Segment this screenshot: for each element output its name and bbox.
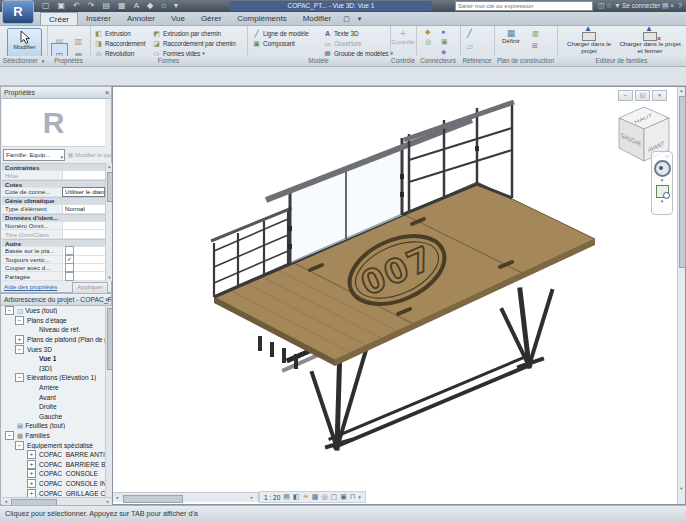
tree-item-copac-barriere[interactable]: +COPAC_BARRIERE BASE R <box>2 460 105 470</box>
charger-dans-le-projet-et-fermer-button[interactable]: ▲ × Charger dans le projet et fermer <box>619 27 681 54</box>
show-work-plane-icon[interactable]: ▥ <box>532 30 539 38</box>
store-icon[interactable]: ▤ <box>662 2 669 10</box>
undo-icon[interactable]: ↶ <box>73 1 80 11</box>
tree-item-copac-console[interactable]: +COPAC_CONSOLE <box>2 469 105 479</box>
cable-tray-connector-icon[interactable]: ▣ <box>441 38 448 46</box>
tree-item-3d[interactable]: {3D} <box>2 364 105 374</box>
restore-icon[interactable]: ◱ <box>635 90 650 101</box>
rendering-icon[interactable]: ◎ <box>321 492 327 502</box>
composant-button[interactable]: ▣ Composant <box>252 38 295 48</box>
scroll-down-icon[interactable]: ▾ <box>678 485 685 492</box>
tree-item-arriere[interactable]: Arrière <box>2 383 105 393</box>
tree-item-familles[interactable]: −▦Familles <box>2 431 105 441</box>
raccordement-par-chemin-button[interactable]: ◪ Raccordement par chemin <box>152 38 236 48</box>
property-row[interactable]: Type d'élémentNormal <box>2 205 105 213</box>
expander-icon[interactable]: + <box>27 469 36 478</box>
tree-item-elevations[interactable]: −Elévations (Elévation 1) <box>2 373 105 383</box>
tree-item-droite[interactable]: Droite <box>2 402 105 412</box>
crop-view-icon[interactable]: ▢ <box>331 492 338 502</box>
extrusion-button[interactable]: ◧ Extrusion <box>94 28 131 38</box>
tree-item-equipement-specialise[interactable]: −Equipement spécialisé <box>2 440 105 450</box>
properties-help-link[interactable]: Aide des propriétés <box>4 283 57 290</box>
property-row[interactable]: Numéro Omni... <box>2 222 105 230</box>
tab-complements[interactable]: Compléments <box>229 12 294 25</box>
favorites-icon[interactable]: ☆ <box>606 2 612 10</box>
show-crop-icon[interactable]: ▣ <box>340 492 347 502</box>
viewport-horizontal-scrollbar[interactable]: ◂ ▸ <box>113 492 259 502</box>
property-row[interactable]: Partagée <box>2 272 105 280</box>
model-canvas[interactable]: 007 <box>114 88 677 505</box>
help-icon[interactable]: ? <box>678 2 682 10</box>
electrical-connector-icon[interactable]: ◆ <box>425 28 430 36</box>
close-icon[interactable]: × <box>105 295 109 305</box>
scale-button[interactable]: 1 : 20 <box>264 494 280 501</box>
property-row[interactable]: Cote de conne...Utiliser le diam... <box>2 188 105 196</box>
section-autre[interactable]: Autre <box>2 239 105 247</box>
gear-icon[interactable]: ☼ <box>665 153 671 159</box>
panel-label-reference[interactable]: Référence <box>460 56 494 66</box>
qat-dropdown-icon[interactable]: ▾ <box>174 1 178 11</box>
panel-label-plan-construction[interactable]: Plan de construction <box>494 56 557 66</box>
tree-item-niveau-ref[interactable]: Niveau de réf. <box>2 325 105 335</box>
modify-button[interactable]: Modifier <box>7 28 42 57</box>
raccordement-button[interactable]: ◨ Raccordement <box>94 38 145 48</box>
tree-item-vue-1[interactable]: Vue 1 <box>2 354 105 364</box>
property-row[interactable]: Basée sur le pla... <box>2 247 105 255</box>
conduit-connector-icon[interactable]: ◈ <box>441 48 446 56</box>
section-donnees-identification[interactable]: Données d'ident... <box>2 214 105 222</box>
browser-vertical-scrollbar[interactable] <box>105 306 112 497</box>
scroll-up-icon[interactable]: ▴ <box>678 87 685 94</box>
search-icon[interactable]: ◫ <box>598 2 605 10</box>
panel-label-editeur-familles[interactable]: Editeur de familles <box>557 56 686 66</box>
tree-item-copac-console-intern[interactable]: +COPAC_CONSOLE INTERN <box>2 479 105 489</box>
section-contraintes[interactable]: Contraintes <box>2 163 105 171</box>
property-row[interactable]: Hôte <box>2 171 105 179</box>
steering-wheel-icon[interactable] <box>654 160 671 177</box>
checkbox[interactable] <box>65 272 74 281</box>
chevron-down-icon[interactable]: ▾ <box>358 492 361 502</box>
browser-horizontal-scrollbar[interactable]: ◂ ▸ <box>2 497 112 505</box>
reference-line-icon[interactable]: ╱ <box>467 29 472 38</box>
expander-icon[interactable]: + <box>27 450 36 459</box>
tree-item-feuilles[interactable]: ▤Feuilles (tout) <box>2 421 105 431</box>
panel-label-formes[interactable]: Formes <box>90 56 247 66</box>
redo-icon[interactable]: ↷ <box>88 1 95 11</box>
text-icon[interactable]: A <box>134 1 139 11</box>
expander-icon[interactable]: + <box>15 335 24 344</box>
lock-view-icon[interactable]: ⊓ <box>350 492 355 502</box>
scroll-left-icon[interactable]: ◂ <box>2 498 10 505</box>
panel-label-selectionner[interactable]: Sélectionner ▾ <box>0 56 47 66</box>
chevron-down-icon[interactable]: ▾ <box>661 198 664 205</box>
family-category-button[interactable]: ▥ <box>70 29 87 43</box>
tab-inserer[interactable]: Insérer <box>78 12 119 25</box>
zoom-region-icon[interactable] <box>656 185 669 198</box>
sun-icon[interactable]: ☀ <box>303 492 309 502</box>
shadows-icon[interactable]: ▩ <box>312 492 319 502</box>
expander-icon[interactable]: − <box>5 306 14 315</box>
tree-item-gauche[interactable]: Gauche <box>2 412 105 422</box>
panel-label-modele[interactable]: Modèle <box>247 56 390 66</box>
extrusion-par-chemin-button[interactable]: ◩ Extrusion par chemin <box>152 28 221 38</box>
tree-item-copac-barre[interactable]: +COPAC_BARRE ANTI SOU <box>2 450 105 460</box>
drawing-area[interactable]: 007 <box>112 86 686 505</box>
scroll-right-icon[interactable]: ▸ <box>104 498 112 505</box>
ribbon-display-dropdown-icon[interactable]: ▾ <box>354 12 366 25</box>
work-plane-viewer-icon[interactable]: ⊞ <box>532 42 538 50</box>
tab-creer[interactable]: Créer <box>40 12 78 25</box>
search-input[interactable] <box>455 1 593 11</box>
panel-label-controle[interactable]: Contrôle <box>390 56 416 66</box>
family-types-button[interactable]: ▤ <box>51 29 68 43</box>
duct-connector-icon[interactable]: ● <box>441 28 445 35</box>
tree-item-copac-grillage[interactable]: +COPAC_GRILLAGE COULE <box>2 488 105 497</box>
application-menu-button[interactable]: R <box>2 0 34 24</box>
tree-item-vues[interactable]: −◫Vues (tout) <box>2 306 105 316</box>
panel-label-connecteurs[interactable]: Connecteurs <box>416 56 460 66</box>
ligne-de-modele-button[interactable]: ╱ Ligne de modèle <box>252 28 309 38</box>
pipe-connector-icon[interactable]: ◎ <box>425 38 431 46</box>
close-icon[interactable]: × <box>105 88 109 98</box>
expander-icon[interactable]: − <box>5 431 14 440</box>
property-row[interactable]: Couper avec d... <box>2 264 105 272</box>
minimize-icon[interactable]: − <box>618 90 633 101</box>
qat-icon[interactable]: ▢ <box>42 1 50 11</box>
properties-palette-header[interactable]: Propriétés × <box>1 87 111 99</box>
